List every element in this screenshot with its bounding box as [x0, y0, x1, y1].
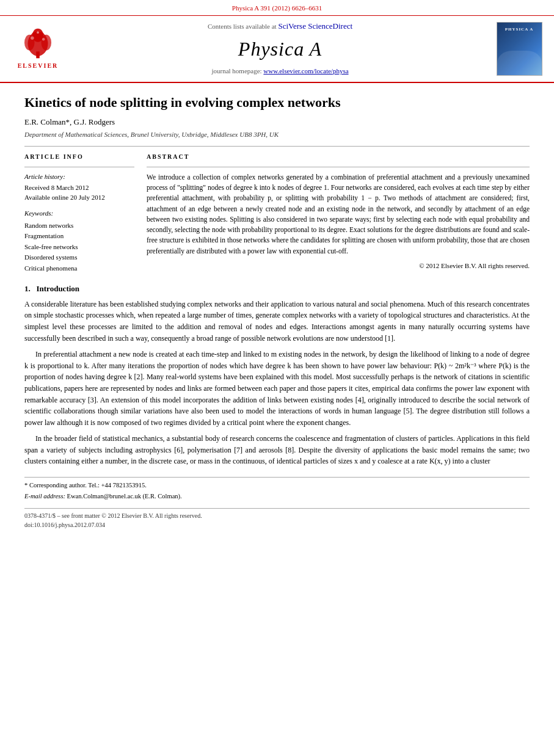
- elsevier-label: ELSEVIER: [18, 62, 59, 71]
- article-affiliation: Department of Mathematical Sciences, Bru…: [24, 130, 530, 140]
- section-1-heading: 1. Introduction: [24, 283, 530, 295]
- sciverse-line: Contents lists available at SciVerse Sci…: [208, 21, 352, 32]
- copyright-line: © 2012 Elsevier B.V. All rights reserved…: [147, 261, 530, 271]
- footnote-1-text: Corresponding author. Tel.: +44 78213539…: [29, 482, 147, 489]
- keyword-item: Critical phenomena: [24, 263, 134, 274]
- homepage-line: journal homepage: www.elsevier.com/locat…: [211, 65, 348, 77]
- cover-title-text: PHYSICA A: [505, 26, 534, 32]
- article-info-abstract-columns: ARTICLE INFO Article history: Received 8…: [24, 153, 530, 274]
- footnote-email-text: Ewan.Colman@brunel.ac.uk (E.R. Colman).: [67, 493, 182, 500]
- elsevier-logo-area: ELSEVIER: [7, 21, 68, 77]
- keyword-item: Fragmentation: [24, 231, 134, 242]
- email-label: E-mail address:: [24, 493, 65, 500]
- journal-masthead: ELSEVIER Contents lists available at Sci…: [0, 16, 554, 83]
- keyword-item: Disordered systems: [24, 252, 134, 263]
- elsevier-logo: ELSEVIER: [18, 27, 59, 71]
- article-authors: E.R. Colman*, G.J. Rodgers: [24, 117, 530, 128]
- divider-1: [24, 146, 530, 147]
- article-title: Kinetics of node splitting in evolving c…: [24, 94, 530, 112]
- received-date: Received 8 March 2012: [24, 183, 134, 193]
- sciverse-prefix: Contents lists available at: [208, 23, 278, 30]
- abstract-column: ABSTRACT We introduce a collection of co…: [147, 153, 530, 274]
- divider-info: [24, 167, 134, 167]
- homepage-prefix: journal homepage:: [211, 67, 263, 75]
- article-body: Kinetics of node splitting in evolving c…: [0, 83, 554, 542]
- footnote-1: * Corresponding author. Tel.: +44 782135…: [24, 481, 530, 490]
- main-paragraphs: A considerable literature has been estab…: [24, 299, 530, 467]
- abstract-text: We introduce a collection of complex net…: [147, 172, 530, 256]
- footnote-star: *: [24, 482, 29, 489]
- footer-bar: 0378-4371/$ – see front matter © 2012 El…: [24, 508, 530, 529]
- abstract-label: ABSTRACT: [147, 153, 530, 162]
- paragraph-3: In the broader field of statistical mech…: [24, 433, 530, 467]
- article-info-label: ARTICLE INFO: [24, 153, 134, 162]
- section-number: 1.: [24, 284, 31, 293]
- footer-doi: doi:10.1016/j.physa.2012.07.034: [24, 521, 530, 530]
- journal-cover-image: PHYSICA A: [497, 22, 542, 76]
- masthead-center: Contents lists available at SciVerse Sci…: [75, 21, 486, 77]
- journal-cover-area: PHYSICA A: [492, 21, 547, 77]
- footer-issn: 0378-4371/$ – see front matter © 2012 El…: [24, 512, 530, 521]
- paragraph-1: A considerable literature has been estab…: [24, 299, 530, 344]
- footnote-area: * Corresponding author. Tel.: +44 782135…: [24, 477, 530, 501]
- svg-point-6: [42, 38, 45, 41]
- homepage-link[interactable]: www.elsevier.com/locate/physa: [263, 67, 348, 75]
- section-title: Introduction: [37, 284, 80, 293]
- journal-citation-bar: Physica A 391 (2012) 6626–6631: [0, 0, 554, 16]
- journal-title: Physica A: [238, 35, 322, 63]
- cover-decoration: [497, 51, 542, 75]
- svg-point-7: [37, 32, 39, 34]
- svg-point-5: [31, 37, 34, 40]
- keyword-item: Scale-free networks: [24, 242, 134, 253]
- keyword-item: Random networks: [24, 220, 134, 231]
- elsevier-tree-icon: [20, 27, 56, 60]
- divider-abstract: [147, 167, 530, 167]
- keywords-list: Random networksFragmentationScale-free n…: [24, 220, 134, 274]
- article-info-column: ARTICLE INFO Article history: Received 8…: [24, 153, 134, 274]
- sciverse-link[interactable]: SciVerse ScienceDirect: [278, 21, 352, 31]
- journal-citation-text: Physica A 391 (2012) 6626–6631: [232, 4, 322, 12]
- keywords-label: Keywords:: [24, 209, 134, 219]
- history-label: Article history:: [24, 172, 134, 182]
- paragraph-2: In preferential attachment a new node is…: [24, 349, 530, 428]
- svg-point-4: [32, 29, 43, 42]
- footnote-email: E-mail address: Ewan.Colman@brunel.ac.uk…: [24, 492, 530, 501]
- main-content: 1. Introduction A considerable literatur…: [24, 283, 530, 467]
- available-date: Available online 20 July 2012: [24, 193, 134, 203]
